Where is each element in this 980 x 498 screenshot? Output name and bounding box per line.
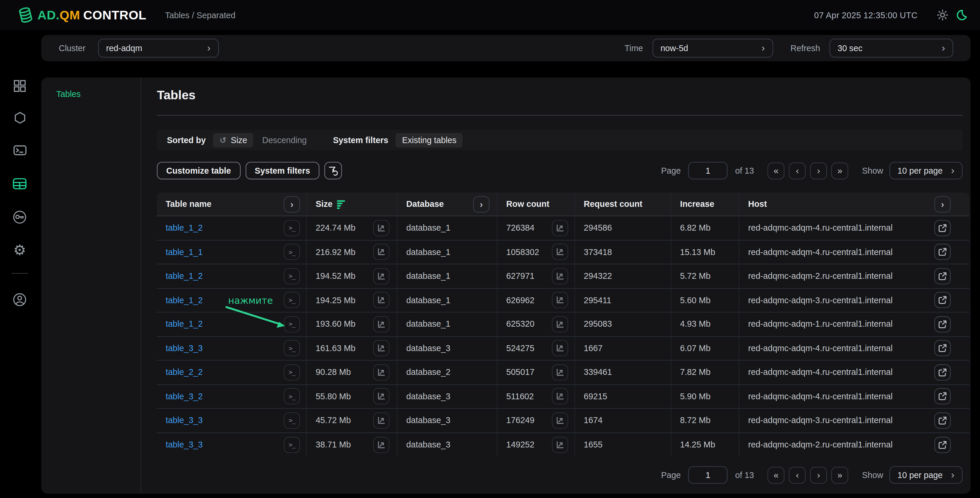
size-chart-button[interactable] (373, 268, 389, 284)
per-page-select[interactable]: 10 per page › (889, 466, 963, 484)
table-name-link[interactable]: table_1_2 (166, 272, 203, 281)
content-panel: Tables Tables Sorted by ↺ Size Descendin… (41, 78, 970, 494)
host-external-link-button[interactable] (934, 364, 951, 380)
size-chart-button[interactable] (373, 388, 389, 404)
dark-theme-button[interactable] (954, 8, 969, 22)
system-filter-chip[interactable]: Existing tables (396, 133, 463, 147)
tables-icon-active[interactable] (0, 176, 40, 192)
row-count-value: 726384 (506, 223, 535, 233)
size-chart-button[interactable] (373, 437, 389, 453)
table-name-link[interactable]: table_3_3 (166, 344, 203, 353)
terminal-button[interactable]: >_ (284, 220, 300, 236)
sidebar-item-tables[interactable]: Tables (56, 89, 81, 99)
row-count-chart-button[interactable] (552, 388, 568, 404)
prev-page-button[interactable]: ‹ (789, 162, 806, 179)
size-chart-button[interactable] (373, 220, 389, 236)
table-name-link[interactable]: table_1_1 (166, 247, 203, 257)
host-external-link-button[interactable] (934, 437, 951, 453)
row-count-chart-button[interactable] (552, 220, 568, 236)
sort-chip[interactable]: ↺ Size (213, 133, 253, 147)
size-chart-button[interactable] (373, 412, 389, 428)
chart-icon (377, 392, 386, 401)
terminal-button[interactable]: >_ (284, 437, 300, 453)
page-number-input[interactable] (688, 466, 727, 484)
request-count-value: 339461 (584, 368, 612, 377)
last-page-button[interactable]: » (831, 466, 848, 483)
row-count-chart-button[interactable] (552, 412, 568, 428)
pagination-top: Page of 13 « ‹ › » Show 10 per page › (661, 162, 963, 180)
terminal-icon[interactable] (0, 143, 40, 159)
host-external-link-button[interactable] (934, 220, 951, 236)
external-link-icon (938, 344, 947, 353)
account-icon[interactable] (0, 291, 40, 307)
column-expand-button[interactable]: › (473, 196, 489, 212)
row-count-chart-button[interactable] (552, 244, 568, 260)
settings-gear-icon[interactable]: ⚙ (0, 242, 40, 258)
reset-filters-button[interactable] (325, 162, 342, 180)
table-name-link[interactable]: table_2_2 (166, 368, 203, 377)
row-count-chart-button[interactable] (552, 340, 568, 356)
size-chart-button[interactable] (373, 340, 389, 356)
light-theme-button[interactable] (935, 8, 950, 22)
app-logo[interactable]: AD.QMCONTROL (18, 6, 146, 24)
host-external-link-button[interactable] (934, 412, 951, 428)
first-page-button[interactable]: « (768, 162, 784, 179)
size-chart-button[interactable] (373, 292, 389, 308)
terminal-button[interactable]: >_ (284, 268, 300, 284)
dashboard-icon[interactable] (0, 78, 40, 94)
terminal-button[interactable]: >_ (284, 388, 300, 404)
nodes-hexagon-icon[interactable] (0, 110, 40, 126)
database-value: database_1 (406, 319, 450, 329)
prev-page-button[interactable]: ‹ (789, 466, 806, 483)
increase-value: 5.60 Mb (680, 296, 711, 305)
refresh-interval-select[interactable]: 30 sec › (830, 39, 953, 57)
column-expand-button[interactable]: › (284, 196, 300, 212)
row-count-chart-button[interactable] (552, 268, 568, 284)
chart-icon (377, 344, 386, 353)
host-external-link-button[interactable] (934, 244, 951, 260)
access-keys-icon[interactable] (0, 208, 40, 225)
sort-descending-icon[interactable] (337, 200, 346, 210)
time-range-select[interactable]: now-5d › (652, 39, 773, 57)
host-value: red-adqmc-adqm-4.ru-central1.internal (748, 368, 893, 377)
row-count-chart-button[interactable] (552, 316, 568, 332)
host-value: red-adqmc-adqm-2.ru-central1.internal (748, 440, 893, 450)
customize-table-button[interactable]: Customize table (157, 162, 240, 180)
terminal-icon: >_ (289, 224, 295, 231)
table-name-link[interactable]: table_1_2 (166, 296, 203, 305)
refresh-label: Refresh (791, 43, 820, 53)
next-page-button[interactable]: › (810, 162, 827, 179)
terminal-button[interactable]: >_ (284, 340, 300, 356)
size-chart-button[interactable] (373, 316, 389, 332)
page-number-input[interactable] (688, 162, 727, 180)
system-filters-button[interactable]: System filters (245, 162, 320, 180)
first-page-button[interactable]: « (768, 466, 784, 483)
request-count-value: 1667 (584, 344, 603, 353)
host-external-link-button[interactable] (934, 316, 951, 332)
host-external-link-button[interactable] (934, 340, 951, 356)
terminal-button[interactable]: >_ (284, 412, 300, 428)
table-name-link[interactable]: table_1_2 (166, 223, 203, 233)
table-name-link[interactable]: table_1_2 (166, 319, 203, 329)
column-expand-button[interactable]: › (934, 196, 951, 212)
table-row: table_2_2>_90.28 Mbdatabase_250501733946… (157, 361, 969, 385)
host-external-link-button[interactable] (934, 292, 951, 308)
row-count-chart-button[interactable] (552, 437, 568, 453)
table-name-link[interactable]: table_3_2 (166, 391, 203, 401)
per-page-select[interactable]: 10 per page › (889, 162, 963, 180)
terminal-button[interactable]: >_ (284, 364, 300, 380)
table-name-link[interactable]: table_3_3 (166, 440, 203, 450)
cluster-select[interactable]: red-adqm › (98, 39, 219, 57)
size-chart-button[interactable] (373, 364, 389, 380)
chart-icon (556, 441, 565, 449)
row-count-chart-button[interactable] (552, 364, 568, 380)
host-external-link-button[interactable] (934, 268, 951, 284)
row-count-chart-button[interactable] (552, 292, 568, 308)
terminal-button[interactable]: >_ (284, 244, 300, 260)
terminal-icon: >_ (289, 417, 295, 424)
size-chart-button[interactable] (373, 244, 389, 260)
next-page-button[interactable]: › (810, 466, 827, 483)
last-page-button[interactable]: » (831, 162, 848, 179)
table-name-link[interactable]: table_3_3 (166, 416, 203, 425)
host-external-link-button[interactable] (934, 388, 951, 404)
